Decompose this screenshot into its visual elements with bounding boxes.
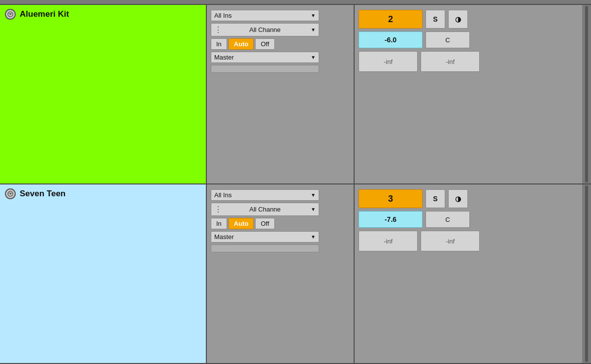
channel-dots-1: ⋮ xyxy=(214,25,221,34)
output-dropdown-2[interactable]: Master ▼ xyxy=(211,231,319,243)
solo-button-2[interactable]: S xyxy=(426,189,445,208)
pitch-button-2[interactable]: -7.6 xyxy=(359,211,423,228)
right-row-1-track2: 3 S ◑ xyxy=(359,189,578,208)
input-row-2: All Ins ▼ xyxy=(211,189,350,201)
monitor-in-button-2[interactable]: In xyxy=(211,218,227,229)
track-header-2: Seven Teen xyxy=(5,188,66,199)
output-dropdown-label-2: Master xyxy=(214,233,234,241)
inf-button-1a[interactable]: -inf xyxy=(359,51,418,72)
scroll-line-2 xyxy=(585,185,588,362)
c-button-1[interactable]: C xyxy=(426,31,470,48)
track-title-2: Seven Teen xyxy=(20,189,66,199)
track-color-block-2: Seven Teen xyxy=(0,184,207,363)
scrollbar-1[interactable] xyxy=(582,5,591,183)
monitor-icon-button-2[interactable]: ◑ xyxy=(448,189,468,208)
output-dropdown-arrow-1: ▼ xyxy=(311,55,316,60)
right-row-3-track2: -inf -inf xyxy=(359,231,578,251)
monitor-icon-2: ◑ xyxy=(455,195,461,203)
track-controls-1: All Ins ▼ ⋮ All Channe ▼ In Auto Off xyxy=(207,5,355,183)
inf-button-2a[interactable]: -inf xyxy=(359,231,418,251)
track-title-1: Aluemeri Kit xyxy=(20,9,69,19)
inf-button-2b[interactable]: -inf xyxy=(421,231,480,251)
monitor-off-button-1[interactable]: Off xyxy=(255,38,274,50)
empty-bar-row-2 xyxy=(211,244,350,252)
solo-button-1[interactable]: S xyxy=(426,10,445,29)
empty-bar-row-1 xyxy=(211,65,350,73)
input-dropdown-label-1: All Ins xyxy=(214,12,231,19)
scrollbar-2[interactable] xyxy=(582,184,591,363)
track-number-button-2[interactable]: 3 xyxy=(359,189,423,208)
monitor-icon-1: ◑ xyxy=(455,15,461,23)
input-dropdown-2[interactable]: All Ins ▼ xyxy=(211,189,319,201)
empty-bar-2 xyxy=(211,244,319,252)
channel-dropdown-label-2: All Channe xyxy=(249,206,281,213)
top-bar xyxy=(0,0,591,5)
right-row-2-track1: -6.0 C xyxy=(359,31,578,48)
output-row-2: Master ▼ xyxy=(211,231,350,243)
output-dropdown-label-1: Master xyxy=(214,54,234,61)
channel-dropdown-2[interactable]: ⋮ All Channe ▼ xyxy=(211,203,319,216)
channel-dropdown-1[interactable]: ⋮ All Channe ▼ xyxy=(211,23,319,36)
track-right-1: 2 S ◑ -6.0 C -inf -inf xyxy=(355,5,582,183)
monitor-row-2: In Auto Off xyxy=(211,218,350,229)
output-dropdown-arrow-2: ▼ xyxy=(311,234,316,240)
input-row-1: All Ins ▼ xyxy=(211,10,350,21)
tracks-container: Aluemeri Kit All Ins ▼ ⋮ All Channe ▼ xyxy=(0,0,591,364)
track-row: Aluemeri Kit All Ins ▼ ⋮ All Channe ▼ xyxy=(0,5,591,184)
monitor-in-button-1[interactable]: In xyxy=(211,38,227,50)
track-number-button-1[interactable]: 2 xyxy=(359,10,423,29)
right-row-2-track2: -7.6 C xyxy=(359,211,578,228)
track-right-2: 3 S ◑ -7.6 C -inf -inf xyxy=(355,184,582,363)
monitor-off-button-2[interactable]: Off xyxy=(255,218,274,229)
channel-dropdown-arrow-2: ▼ xyxy=(311,207,316,212)
pitch-button-1[interactable]: -6.0 xyxy=(359,31,423,48)
output-row-1: Master ▼ xyxy=(211,52,350,63)
collapse-button-2[interactable] xyxy=(5,188,16,199)
track-controls-2: All Ins ▼ ⋮ All Channe ▼ In Auto Off xyxy=(207,184,355,363)
track-color-block-1: Aluemeri Kit xyxy=(0,5,207,183)
monitor-row-1: In Auto Off xyxy=(211,38,350,50)
monitor-auto-button-1[interactable]: Auto xyxy=(229,38,254,50)
scroll-line-1 xyxy=(585,6,588,182)
input-dropdown-arrow-2: ▼ xyxy=(311,192,316,198)
track-header-1: Aluemeri Kit xyxy=(5,9,69,20)
output-dropdown-1[interactable]: Master ▼ xyxy=(211,52,319,63)
input-dropdown-arrow-1: ▼ xyxy=(311,13,316,18)
channel-row-2: ⋮ All Channe ▼ xyxy=(211,203,350,216)
input-dropdown-1[interactable]: All Ins ▼ xyxy=(211,10,319,21)
inf-button-1b[interactable]: -inf xyxy=(421,51,480,72)
collapse-button-1[interactable] xyxy=(5,9,16,20)
empty-bar-1 xyxy=(211,65,319,73)
input-dropdown-label-2: All Ins xyxy=(214,191,231,199)
channel-dropdown-arrow-1: ▼ xyxy=(311,27,316,32)
right-row-3-track1: -inf -inf xyxy=(359,51,578,72)
track-row-2: Seven Teen All Ins ▼ ⋮ All Channe ▼ xyxy=(0,184,591,364)
channel-dots-2: ⋮ xyxy=(214,205,221,214)
c-button-2[interactable]: C xyxy=(426,211,470,228)
channel-dropdown-label-1: All Channe xyxy=(249,26,281,33)
monitor-icon-button-1[interactable]: ◑ xyxy=(448,10,468,29)
channel-row-1: ⋮ All Channe ▼ xyxy=(211,23,350,36)
right-row-1-track1: 2 S ◑ xyxy=(359,10,578,29)
monitor-auto-button-2[interactable]: Auto xyxy=(229,218,254,229)
